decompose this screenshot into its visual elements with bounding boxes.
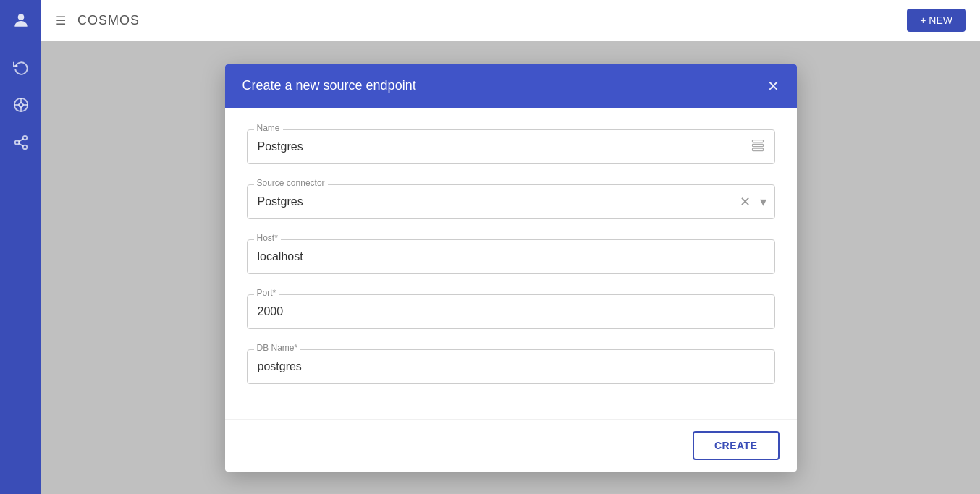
name-label: Name bbox=[254, 123, 283, 133]
svg-line-10 bbox=[18, 143, 22, 146]
source-connector-value[interactable]: Postgres bbox=[247, 184, 775, 219]
modal-overlay: Create a new source endpoint ✕ Name bbox=[41, 41, 980, 494]
host-field-container: Host* bbox=[247, 239, 775, 274]
svg-rect-12 bbox=[752, 140, 763, 142]
modal-footer: CREATE bbox=[225, 419, 797, 472]
svg-point-9 bbox=[22, 145, 27, 150]
name-field-container: Name bbox=[247, 129, 775, 164]
svg-point-8 bbox=[14, 140, 19, 145]
db-name-label: DB Name* bbox=[254, 343, 301, 353]
select-arrow-icon[interactable]: ▾ bbox=[760, 194, 766, 210]
svg-point-2 bbox=[19, 103, 23, 107]
modal-header: Create a new source endpoint ✕ bbox=[225, 64, 797, 108]
modal-dialog: Create a new source endpoint ✕ Name bbox=[225, 64, 797, 472]
port-label: Port* bbox=[254, 288, 279, 298]
svg-point-7 bbox=[22, 136, 27, 140]
svg-rect-14 bbox=[752, 148, 763, 150]
port-input[interactable] bbox=[247, 294, 775, 329]
svg-point-0 bbox=[17, 14, 24, 20]
host-input[interactable] bbox=[247, 239, 775, 274]
db-name-input[interactable] bbox=[247, 349, 775, 384]
user-avatar[interactable] bbox=[0, 0, 41, 41]
sidebar bbox=[0, 0, 41, 494]
name-icon bbox=[751, 138, 765, 156]
network-icon[interactable] bbox=[7, 90, 35, 119]
source-connector-field-container: Source connector Postgres ✕ ▾ bbox=[247, 184, 775, 219]
svg-rect-13 bbox=[752, 144, 763, 146]
app-title: COSMOS bbox=[77, 13, 140, 28]
svg-line-11 bbox=[18, 139, 22, 142]
new-button[interactable]: + NEW bbox=[907, 9, 966, 32]
modal-close-button[interactable]: ✕ bbox=[767, 77, 780, 95]
create-button[interactable]: CREATE bbox=[693, 431, 780, 460]
refresh-icon[interactable] bbox=[7, 53, 35, 82]
main-content: Create a new source endpoint ✕ Name bbox=[41, 41, 980, 494]
modal-body: Name Source connector Postgres bbox=[225, 108, 797, 419]
port-field-container: Port* bbox=[247, 294, 775, 329]
source-connector-label: Source connector bbox=[254, 178, 328, 188]
menu-icon[interactable]: ☰ bbox=[56, 14, 66, 27]
db-name-field-container: DB Name* bbox=[247, 349, 775, 384]
select-clear-icon[interactable]: ✕ bbox=[740, 194, 751, 210]
host-label: Host* bbox=[254, 233, 281, 243]
topbar: ☰ COSMOS + NEW bbox=[41, 0, 980, 41]
share-icon[interactable] bbox=[7, 128, 35, 157]
modal-title: Create a new source endpoint bbox=[242, 78, 416, 93]
source-connector-select[interactable]: Postgres ✕ ▾ bbox=[247, 184, 775, 219]
name-input[interactable] bbox=[247, 129, 775, 164]
